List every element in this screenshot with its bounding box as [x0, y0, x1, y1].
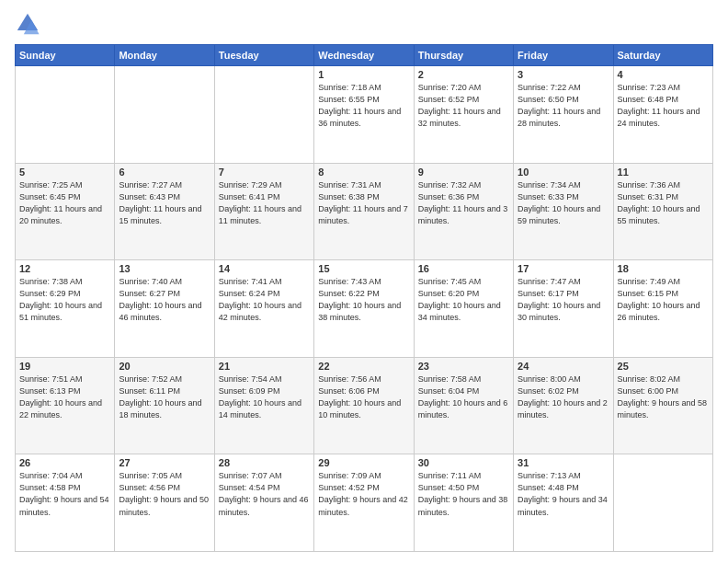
day-cell: 20 Sunrise: 7:52 AMSunset: 6:11 PMDaylig… — [115, 357, 214, 454]
day-number: 11 — [618, 167, 709, 178]
calendar-table: SundayMondayTuesdayWednesdayThursdayFrid… — [15, 44, 713, 552]
day-cell: 17 Sunrise: 7:47 AMSunset: 6:17 PMDaylig… — [514, 260, 613, 358]
day-info: Sunrise: 7:09 AMSunset: 4:52 PMDaylight:… — [318, 470, 409, 518]
day-header-sunday: Sunday — [16, 45, 115, 66]
day-number: 24 — [518, 361, 609, 372]
day-number: 4 — [618, 69, 709, 80]
day-number: 9 — [418, 167, 509, 178]
day-info: Sunrise: 7:58 AMSunset: 6:04 PMDaylight:… — [418, 373, 509, 421]
day-cell: 6 Sunrise: 7:27 AMSunset: 6:43 PMDayligh… — [115, 163, 214, 260]
day-number: 28 — [219, 457, 310, 468]
week-row-1: 1 Sunrise: 7:18 AMSunset: 6:55 PMDayligh… — [16, 66, 713, 164]
day-info: Sunrise: 8:00 AMSunset: 6:02 PMDaylight:… — [518, 373, 609, 421]
day-number: 1 — [318, 69, 409, 80]
day-cell — [214, 66, 313, 164]
day-cell: 4 Sunrise: 7:23 AMSunset: 6:48 PMDayligh… — [613, 66, 712, 164]
day-number: 26 — [19, 457, 110, 468]
day-number: 3 — [518, 69, 609, 80]
day-info: Sunrise: 7:31 AMSunset: 6:38 PMDaylight:… — [318, 179, 409, 227]
day-info: Sunrise: 7:23 AMSunset: 6:48 PMDaylight:… — [618, 82, 709, 130]
day-info: Sunrise: 7:52 AMSunset: 6:11 PMDaylight:… — [119, 373, 210, 421]
day-info: Sunrise: 7:18 AMSunset: 6:55 PMDaylight:… — [318, 82, 409, 130]
day-number: 30 — [418, 457, 509, 468]
day-info: Sunrise: 7:32 AMSunset: 6:36 PMDaylight:… — [418, 179, 509, 227]
day-number: 18 — [618, 263, 709, 274]
day-info: Sunrise: 7:36 AMSunset: 6:31 PMDaylight:… — [618, 179, 709, 227]
day-number: 6 — [119, 167, 210, 178]
day-cell: 18 Sunrise: 7:49 AMSunset: 6:15 PMDaylig… — [613, 260, 712, 358]
day-info: Sunrise: 7:22 AMSunset: 6:50 PMDaylight:… — [518, 82, 609, 130]
day-number: 2 — [418, 69, 509, 80]
day-cell: 8 Sunrise: 7:31 AMSunset: 6:38 PMDayligh… — [314, 163, 414, 260]
day-info: Sunrise: 7:56 AMSunset: 6:06 PMDaylight:… — [318, 373, 409, 421]
day-info: Sunrise: 7:38 AMSunset: 6:29 PMDaylight:… — [19, 276, 110, 324]
day-info: Sunrise: 7:54 AMSunset: 6:09 PMDaylight:… — [219, 373, 310, 421]
day-number: 7 — [219, 167, 310, 178]
week-row-4: 19 Sunrise: 7:51 AMSunset: 6:13 PMDaylig… — [16, 357, 713, 454]
day-cell: 14 Sunrise: 7:41 AMSunset: 6:24 PMDaylig… — [214, 260, 313, 358]
week-row-5: 26 Sunrise: 7:04 AMSunset: 4:58 PMDaylig… — [16, 454, 713, 552]
day-cell: 5 Sunrise: 7:25 AMSunset: 6:45 PMDayligh… — [16, 163, 115, 260]
day-cell: 2 Sunrise: 7:20 AMSunset: 6:52 PMDayligh… — [414, 66, 513, 164]
day-header-saturday: Saturday — [613, 45, 712, 66]
day-info: Sunrise: 7:40 AMSunset: 6:27 PMDaylight:… — [119, 276, 210, 324]
day-cell: 10 Sunrise: 7:34 AMSunset: 6:33 PMDaylig… — [514, 163, 613, 260]
day-cell: 28 Sunrise: 7:07 AMSunset: 4:54 PMDaylig… — [214, 454, 313, 552]
day-cell: 9 Sunrise: 7:32 AMSunset: 6:36 PMDayligh… — [414, 163, 513, 260]
day-number: 25 — [618, 361, 709, 372]
day-number: 13 — [119, 263, 210, 274]
day-number: 22 — [318, 361, 409, 372]
day-info: Sunrise: 7:29 AMSunset: 6:41 PMDaylight:… — [219, 179, 310, 227]
day-cell: 13 Sunrise: 7:40 AMSunset: 6:27 PMDaylig… — [115, 260, 214, 358]
day-info: Sunrise: 7:07 AMSunset: 4:54 PMDaylight:… — [219, 470, 310, 518]
day-number: 8 — [318, 167, 409, 178]
day-number: 17 — [518, 263, 609, 274]
page: SundayMondayTuesdayWednesdayThursdayFrid… — [0, 0, 728, 563]
logo-icon — [15, 11, 40, 37]
day-number: 15 — [318, 263, 409, 274]
week-row-2: 5 Sunrise: 7:25 AMSunset: 6:45 PMDayligh… — [16, 163, 713, 260]
day-cell: 15 Sunrise: 7:43 AMSunset: 6:22 PMDaylig… — [314, 260, 414, 358]
day-header-monday: Monday — [115, 45, 214, 66]
day-info: Sunrise: 7:43 AMSunset: 6:22 PMDaylight:… — [318, 276, 409, 324]
day-cell: 26 Sunrise: 7:04 AMSunset: 4:58 PMDaylig… — [16, 454, 115, 552]
day-number: 23 — [418, 361, 509, 372]
day-header-friday: Friday — [514, 45, 613, 66]
week-row-3: 12 Sunrise: 7:38 AMSunset: 6:29 PMDaylig… — [16, 260, 713, 358]
day-cell: 1 Sunrise: 7:18 AMSunset: 6:55 PMDayligh… — [314, 66, 414, 164]
day-cell: 7 Sunrise: 7:29 AMSunset: 6:41 PMDayligh… — [214, 163, 313, 260]
day-info: Sunrise: 7:41 AMSunset: 6:24 PMDaylight:… — [219, 276, 310, 324]
logo — [15, 11, 44, 37]
day-info: Sunrise: 7:49 AMSunset: 6:15 PMDaylight:… — [618, 276, 709, 324]
day-cell: 27 Sunrise: 7:05 AMSunset: 4:56 PMDaylig… — [115, 454, 214, 552]
day-cell — [613, 454, 712, 552]
day-number: 21 — [219, 361, 310, 372]
day-number: 10 — [518, 167, 609, 178]
day-number: 14 — [219, 263, 310, 274]
day-cell: 22 Sunrise: 7:56 AMSunset: 6:06 PMDaylig… — [314, 357, 414, 454]
day-cell: 24 Sunrise: 8:00 AMSunset: 6:02 PMDaylig… — [514, 357, 613, 454]
day-info: Sunrise: 7:04 AMSunset: 4:58 PMDaylight:… — [19, 470, 110, 518]
day-number: 29 — [318, 457, 409, 468]
day-info: Sunrise: 7:27 AMSunset: 6:43 PMDaylight:… — [119, 179, 210, 227]
day-header-tuesday: Tuesday — [214, 45, 313, 66]
day-cell: 3 Sunrise: 7:22 AMSunset: 6:50 PMDayligh… — [514, 66, 613, 164]
day-number: 27 — [119, 457, 210, 468]
day-info: Sunrise: 7:11 AMSunset: 4:50 PMDaylight:… — [418, 470, 509, 518]
day-cell: 23 Sunrise: 7:58 AMSunset: 6:04 PMDaylig… — [414, 357, 513, 454]
day-cell — [115, 66, 214, 164]
day-cell: 30 Sunrise: 7:11 AMSunset: 4:50 PMDaylig… — [414, 454, 513, 552]
day-header-wednesday: Wednesday — [314, 45, 414, 66]
header-row: SundayMondayTuesdayWednesdayThursdayFrid… — [16, 45, 713, 66]
day-info: Sunrise: 7:47 AMSunset: 6:17 PMDaylight:… — [518, 276, 609, 324]
day-info: Sunrise: 8:02 AMSunset: 6:00 PMDaylight:… — [618, 373, 709, 421]
day-number: 20 — [119, 361, 210, 372]
day-number: 31 — [518, 457, 609, 468]
day-cell: 19 Sunrise: 7:51 AMSunset: 6:13 PMDaylig… — [16, 357, 115, 454]
day-cell — [16, 66, 115, 164]
day-info: Sunrise: 7:45 AMSunset: 6:20 PMDaylight:… — [418, 276, 509, 324]
day-info: Sunrise: 7:20 AMSunset: 6:52 PMDaylight:… — [418, 82, 509, 130]
day-cell: 16 Sunrise: 7:45 AMSunset: 6:20 PMDaylig… — [414, 260, 513, 358]
day-number: 12 — [19, 263, 110, 274]
day-cell: 11 Sunrise: 7:36 AMSunset: 6:31 PMDaylig… — [613, 163, 712, 260]
